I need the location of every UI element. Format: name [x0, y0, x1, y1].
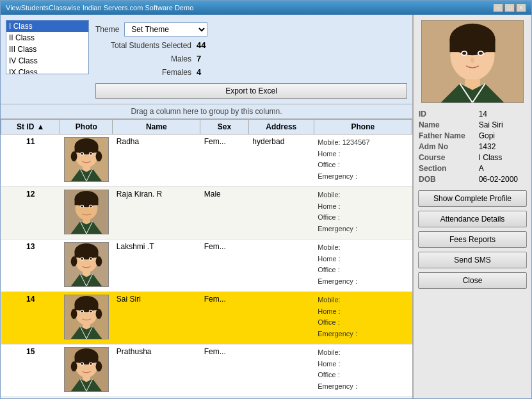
table-row[interactable]: 16 Sathwik. K Male Mobile: Home : Office…: [1, 397, 412, 399]
sms-button[interactable]: Send SMS: [418, 252, 527, 268]
section-label: Section: [419, 164, 474, 173]
svg-point-54: [81, 363, 83, 365]
svg-point-76: [471, 58, 474, 63]
cell-photo: [60, 187, 113, 240]
col-name[interactable]: Name: [113, 120, 200, 134]
col-photo[interactable]: Photo: [60, 120, 113, 134]
males-label: Males: [95, 54, 191, 63]
svg-point-44: [85, 314, 87, 317]
cell-photo: [60, 397, 113, 399]
col-st-id[interactable]: St ID ▲: [1, 120, 60, 134]
cell-sex: Fem...: [200, 240, 249, 292]
svg-point-51: [95, 361, 102, 371]
cell-address: hyderbad: [248, 134, 314, 187]
cell-name: Lakshmi .T: [113, 240, 200, 292]
window-title: ViewStudentsClasswise Indian Servers.com…: [6, 4, 193, 12]
cell-phone: Mobile: 1234567 Home : Office : Emergenc…: [314, 134, 412, 187]
table-row[interactable]: 11 Radha Fem... hyderbad Mobile: 1234567…: [1, 134, 412, 187]
svg-point-10: [85, 157, 87, 159]
cell-sex: Male: [200, 187, 249, 240]
cell-name: Prathusha: [113, 345, 200, 397]
adm-value: 1432: [479, 142, 526, 151]
course-value: I Class: [479, 153, 526, 162]
dob-value: 06-02-2000: [479, 175, 526, 184]
id-label: ID: [419, 110, 474, 118]
cell-photo: [60, 240, 113, 292]
title-bar-buttons: − □ ×: [493, 3, 526, 12]
svg-point-32: [85, 262, 87, 265]
total-value: 44: [197, 40, 206, 50]
class-item-ix-class[interactable]: IX Class: [6, 67, 88, 74]
svg-point-26: [71, 256, 77, 266]
fees-button[interactable]: Fees Reports: [418, 231, 527, 248]
attendance-button[interactable]: Attendance Details: [418, 211, 527, 227]
svg-point-18: [81, 206, 83, 208]
title-bar: ViewStudentsClasswise Indian Servers.com…: [1, 1, 531, 15]
table-container[interactable]: St ID ▲ Photo Name Sex Address Phone: [1, 119, 412, 398]
total-label: Total Students Selected: [95, 41, 191, 50]
stats-area: Theme Set Theme Total Students Selected …: [95, 20, 407, 99]
females-label: Females: [95, 68, 191, 77]
cell-name: Sathwik. K: [113, 397, 200, 399]
table-row[interactable]: 14 Sai Siri Fem... Mobile: Home : Office…: [1, 292, 412, 345]
show-profile-button[interactable]: Show Complete Profile: [418, 190, 527, 207]
svg-point-19: [90, 206, 92, 208]
cell-photo: [60, 345, 113, 397]
class-list-container: I ClassII ClassIII ClassIV ClassIX Class…: [6, 20, 89, 74]
svg-point-75: [479, 52, 483, 55]
svg-rect-37: [74, 304, 98, 311]
right-panel: ID 14 Name Sai Siri Father Name Gopi Adm…: [413, 15, 531, 398]
cell-name: Sai Siri: [113, 292, 200, 345]
class-listbox[interactable]: I ClassII ClassIII ClassIV ClassIX Class…: [6, 20, 89, 74]
cell-address: [248, 292, 314, 345]
total-students-row: Total Students Selected 44: [95, 40, 407, 50]
class-item-ii-class[interactable]: II Class: [6, 32, 88, 44]
cell-phone: Mobile: Home : Office : Emergency :: [314, 240, 412, 292]
class-item-iii-class[interactable]: III Class: [6, 44, 88, 55]
svg-point-9: [90, 153, 92, 155]
cell-id: 16: [1, 397, 60, 399]
svg-rect-49: [74, 357, 98, 363]
females-value: 4: [197, 67, 201, 77]
svg-point-39: [95, 309, 102, 319]
section-value: A: [479, 164, 526, 173]
main-window: ViewStudentsClasswise Indian Servers.com…: [0, 0, 532, 399]
svg-point-5: [95, 151, 102, 161]
table-row[interactable]: 13 Lakshmi .T Fem... Mobile: Home : Offi…: [1, 240, 412, 292]
females-row: Females 4: [95, 67, 407, 77]
class-item-iv-class[interactable]: IV Class: [6, 55, 88, 67]
profile-photo: [421, 20, 524, 103]
col-phone[interactable]: Phone: [314, 120, 412, 134]
drag-hint: Drag a column here to group by this colu…: [1, 104, 412, 119]
minimize-button[interactable]: −: [493, 3, 503, 12]
class-item-i-class[interactable]: I Class: [6, 20, 88, 32]
theme-select[interactable]: Set Theme: [124, 22, 207, 37]
export-button[interactable]: Export to Excel: [95, 83, 407, 99]
cell-sex: Fem...: [200, 134, 249, 187]
father-label: Father Name: [419, 131, 474, 140]
close-button[interactable]: ×: [516, 3, 526, 12]
main-content: I ClassII ClassIII ClassIV ClassIX Class…: [1, 15, 531, 398]
males-row: Males 7: [95, 54, 407, 63]
cell-id: 11: [1, 134, 60, 187]
col-address[interactable]: Address: [248, 120, 314, 134]
svg-rect-3: [74, 147, 98, 153]
col-sex[interactable]: Sex: [200, 120, 249, 134]
svg-point-27: [95, 256, 102, 266]
svg-point-43: [90, 311, 92, 313]
close-button-right[interactable]: Close: [418, 272, 527, 289]
svg-rect-15: [74, 199, 98, 206]
svg-point-56: [85, 367, 87, 370]
cell-sex: Fem...: [200, 345, 249, 397]
top-controls: I ClassII ClassIII ClassIV ClassIX Class…: [1, 15, 412, 104]
id-value: 14: [479, 110, 526, 118]
table-row[interactable]: 12 Raja Kiran. R Male Mobile: Home : Off…: [1, 187, 412, 240]
cell-name: Raja Kiran. R: [113, 187, 200, 240]
svg-point-20: [85, 209, 87, 212]
svg-point-50: [71, 361, 77, 371]
cell-id: 13: [1, 240, 60, 292]
table-row[interactable]: 15 Prathusha Fem... Mobile: Home : Offic…: [1, 345, 412, 397]
theme-label: Theme: [95, 25, 119, 34]
cell-photo: [60, 292, 113, 345]
restore-button[interactable]: □: [504, 3, 515, 12]
